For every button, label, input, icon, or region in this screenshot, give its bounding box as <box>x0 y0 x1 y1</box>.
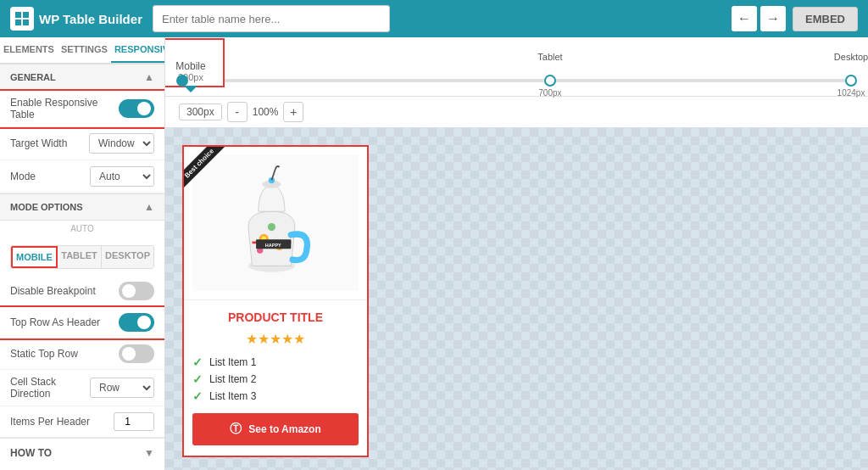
mode-options-section-header[interactable]: MODE OPTIONS ▲ <box>0 193 164 221</box>
undo-redo-group: ← → <box>732 6 786 31</box>
toggle-slider-on <box>119 99 154 118</box>
product-stars: ★★★★★ <box>192 331 359 347</box>
items-per-header-label: Items Per Header <box>10 416 107 428</box>
desktop-bp-point <box>845 75 857 87</box>
disable-breakpoint-control <box>119 282 154 300</box>
mode-options-label: MODE OPTIONS <box>10 202 83 212</box>
cell-stack-label: Cell Stack Direction <box>10 376 83 400</box>
cell-stack-select[interactable]: Row Column <box>90 378 154 398</box>
svg-text:HAPPY: HAPPY <box>265 243 281 248</box>
list-item-label-3: List Item 3 <box>209 390 256 402</box>
enable-responsive-row: Enable Responsive Table <box>0 91 164 127</box>
toggle-slider-static <box>119 344 154 363</box>
mode-tab-desktop[interactable]: DESKTOP <box>102 246 153 268</box>
disable-breakpoint-label: Disable Breakpoint <box>10 285 112 297</box>
target-width-select[interactable]: Window Fixed <box>89 133 154 154</box>
tablet-bp-point <box>544 75 556 87</box>
static-top-row-row: Static Top Row <box>0 339 164 370</box>
amazon-btn-label: See to Amazon <box>248 423 321 435</box>
zoom-percent: 100% <box>253 106 279 118</box>
undo-button[interactable]: ← <box>732 6 757 31</box>
sidebar: ELEMENTS SETTINGS RESPONSIVE GENERAL ▲ E… <box>0 37 165 470</box>
disable-breakpoint-toggle[interactable] <box>119 282 154 300</box>
enable-responsive-toggle[interactable] <box>119 99 154 118</box>
items-per-header-input[interactable] <box>114 412 154 431</box>
static-top-row-toggle[interactable] <box>119 344 154 363</box>
howto-label: HOW TO <box>10 447 52 459</box>
enable-responsive-label: Enable Responsive Table <box>10 97 112 120</box>
svg-rect-1 <box>23 12 29 18</box>
target-width-row: Target Width Window Fixed <box>0 127 164 160</box>
list-item-label-2: List Item 2 <box>209 373 256 385</box>
app-logo: WP Table Builder <box>10 7 142 31</box>
canvas: Best choice <box>165 128 868 470</box>
app-title: WP Table Builder <box>39 12 142 26</box>
top-bar: WP Table Builder ← → EMBED <box>0 0 868 37</box>
items-per-header-row: Items Per Header <box>0 406 164 438</box>
top-row-header-row: Top Row As Header <box>0 307 164 339</box>
amazon-icon: Ⓣ <box>230 422 242 437</box>
mode-tab-mobile[interactable]: MOBILE <box>11 246 58 268</box>
redo-button[interactable]: → <box>760 6 786 31</box>
static-top-row-control <box>119 344 154 363</box>
zoom-plus-button[interactable]: + <box>283 102 303 122</box>
svg-rect-0 <box>15 12 21 18</box>
howto-chevron: ▼ <box>144 447 154 459</box>
mode-label: Mode <box>10 171 83 182</box>
table-name-input[interactable] <box>153 5 390 32</box>
mobile-bp-point <box>176 75 188 87</box>
list-item-1: ✓ List Item 1 <box>192 355 359 369</box>
list-item-2: ✓ List Item 2 <box>192 372 359 386</box>
auto-label: AUTO <box>0 221 164 238</box>
check-icon-2: ✓ <box>192 372 203 386</box>
toggle-slider-header <box>119 313 154 332</box>
zoom-minus-button[interactable]: - <box>227 102 248 122</box>
px-label: 300px <box>179 104 222 120</box>
mobile-label: Mobile <box>175 60 205 72</box>
embed-button[interactable]: EMBED <box>793 7 858 31</box>
howto-section[interactable]: HOW TO ▼ <box>0 438 164 467</box>
general-chevron: ▲ <box>144 71 154 83</box>
svg-point-11 <box>268 223 275 231</box>
check-icon-3: ✓ <box>192 389 203 403</box>
zoom-bar: 300px - 100% + <box>165 97 868 128</box>
tab-settings[interactable]: SETTINGS <box>58 37 111 63</box>
toggle-slider-off <box>119 282 154 300</box>
static-top-row-label: Static Top Row <box>10 348 112 360</box>
check-icon-1: ✓ <box>192 355 203 369</box>
best-choice-badge: Best choice <box>184 147 228 192</box>
top-bar-right: ← → EMBED <box>732 6 858 31</box>
top-row-header-toggle[interactable] <box>119 313 154 332</box>
mode-select[interactable]: Auto Custom <box>90 166 154 187</box>
top-row-header-label: Top Row As Header <box>10 316 112 328</box>
general-label: GENERAL <box>10 72 56 82</box>
badge-container: Best choice <box>184 147 243 206</box>
tablet-label: Tablet <box>537 52 562 62</box>
mode-options-area: MOBILE TABLET DESKTOP <box>0 238 164 276</box>
general-section-header[interactable]: GENERAL ▲ <box>0 64 164 91</box>
product-title: PRODUCT TITLE <box>192 311 359 324</box>
mode-control: Auto Custom <box>90 166 154 187</box>
enable-responsive-control <box>119 99 154 118</box>
logo-icon <box>10 7 34 31</box>
desktop-label: Desktop <box>834 52 868 62</box>
sidebar-tabs: ELEMENTS SETTINGS RESPONSIVE <box>0 37 164 64</box>
svg-rect-2 <box>15 20 21 25</box>
amazon-button[interactable]: Ⓣ See to Amazon <box>192 413 359 445</box>
tablet-value: 700px <box>538 88 561 98</box>
content-area: Mobile 300px Tablet 700px Desktop 1024px <box>165 37 868 470</box>
cell-stack-control: Row Column <box>90 378 154 398</box>
mode-tab-tablet[interactable]: TABLET <box>58 246 102 268</box>
items-per-header-control <box>114 412 154 431</box>
disable-breakpoint-row: Disable Breakpoint <box>0 276 164 307</box>
main-area: ELEMENTS SETTINGS RESPONSIVE GENERAL ▲ E… <box>0 37 868 470</box>
product-image-area: Best choice <box>184 147 367 300</box>
product-card: Best choice <box>182 145 369 457</box>
desktop-value: 1024px <box>837 88 865 98</box>
tab-elements[interactable]: ELEMENTS <box>0 37 58 63</box>
tab-responsive[interactable]: RESPONSIVE <box>111 37 165 63</box>
list-item-label-1: List Item 1 <box>209 356 256 368</box>
top-row-header-control <box>119 313 154 332</box>
target-width-label: Target Width <box>10 137 82 149</box>
mode-row: Mode Auto Custom <box>0 160 164 193</box>
